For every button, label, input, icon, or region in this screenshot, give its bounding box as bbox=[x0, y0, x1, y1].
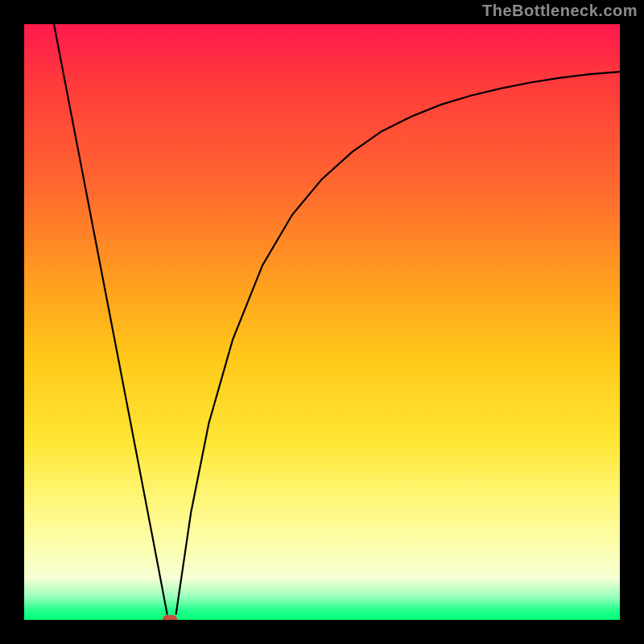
left-branch-path bbox=[54, 24, 167, 614]
watermark-text: TheBottleneck.com bbox=[482, 2, 638, 20]
optimum-marker bbox=[163, 615, 177, 620]
plot-area bbox=[24, 24, 620, 620]
curve-svg bbox=[24, 24, 620, 620]
chart-frame: TheBottleneck.com bbox=[0, 0, 644, 644]
right-branch-path bbox=[176, 72, 620, 613]
